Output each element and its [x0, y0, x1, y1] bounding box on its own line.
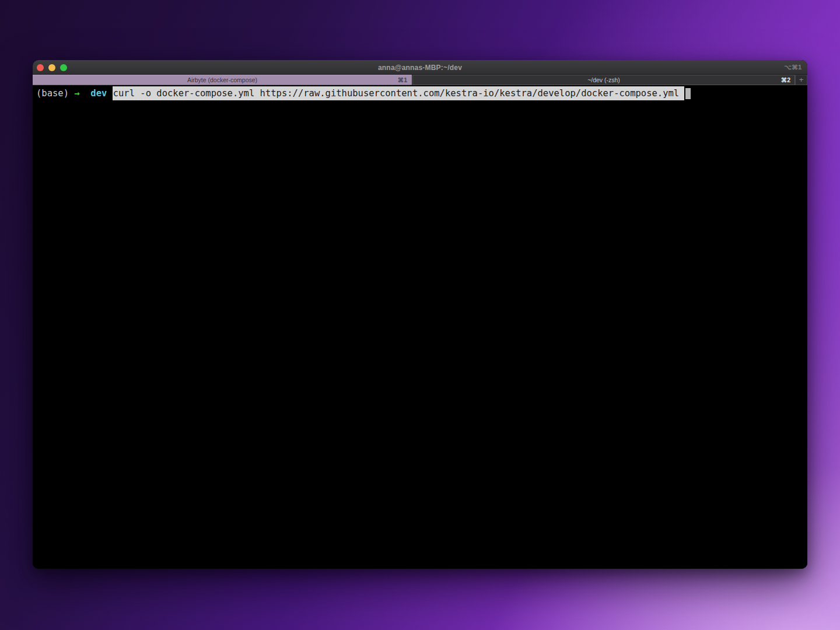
- terminal-window: anna@annas-MBP:~/dev ⌥⌘1 Airbyte (docker…: [33, 60, 807, 569]
- tab-dev-zsh[interactable]: ~/dev (-zsh) ⌘2: [412, 75, 795, 85]
- window-title: anna@annas-MBP:~/dev: [33, 60, 807, 75]
- tab-bar: Airbyte (docker-compose) ⌘1 ~/dev (-zsh)…: [33, 75, 807, 85]
- selected-command-text[interactable]: curl -o docker-compose.yml https://raw.g…: [113, 86, 685, 100]
- terminal-content[interactable]: (base) → dev curl -o docker-compose.yml …: [33, 85, 807, 569]
- tab-shortcut-hint: ⌘1: [398, 75, 407, 85]
- tab-shortcut-hint: ⌘2: [781, 75, 790, 85]
- tab-label: ~/dev (-zsh): [587, 76, 620, 83]
- window-shortcut-hint: ⌥⌘1: [784, 60, 802, 75]
- tab-label: Airbyte (docker-compose): [187, 76, 257, 83]
- prompt-line: (base) → dev curl -o docker-compose.yml …: [36, 86, 807, 100]
- new-tab-button[interactable]: +: [795, 75, 807, 85]
- desktop-background: anna@annas-MBP:~/dev ⌥⌘1 Airbyte (docker…: [0, 0, 840, 630]
- terminal-cursor: [685, 88, 691, 99]
- titlebar[interactable]: anna@annas-MBP:~/dev ⌥⌘1: [33, 60, 807, 75]
- tab-airbyte-docker-compose[interactable]: Airbyte (docker-compose) ⌘1: [33, 75, 412, 85]
- prompt-arrow-icon: →: [74, 87, 90, 100]
- prompt-directory: dev: [90, 87, 112, 100]
- prompt-env: (base): [36, 87, 74, 100]
